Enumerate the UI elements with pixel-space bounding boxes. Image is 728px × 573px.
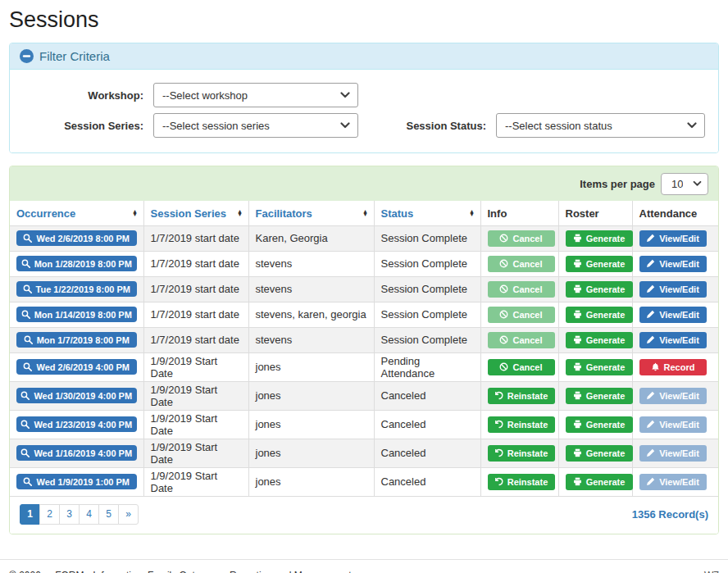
reinstate-button[interactable]: Reinstate — [488, 445, 555, 462]
facilitators-cell: jones — [248, 467, 374, 496]
page-4-button[interactable]: 4 — [79, 504, 99, 525]
info-cell: Cancel — [480, 302, 558, 327]
session-series-cell: 1/9/2019 Start Date — [143, 381, 248, 410]
roster-cell: Generate — [558, 410, 632, 439]
cancel-button: Cancel — [488, 332, 555, 348]
table-row: Mon 1/7/2019 8:00 PM1/7/2019 start dates… — [10, 327, 718, 352]
generate-button[interactable]: Generate — [566, 281, 633, 298]
attendance-cell: View/Edit — [632, 410, 718, 439]
column-header-session-series[interactable]: Session Series▴▾ — [143, 201, 248, 225]
session-series-label: Session Series: — [22, 120, 153, 132]
roster-cell: Generate — [558, 276, 632, 302]
column-header-facilitators[interactable]: Facilitators▴▾ — [248, 201, 374, 225]
reinstate-button[interactable]: Reinstate — [488, 474, 555, 490]
cancel-button[interactable]: Cancel — [488, 359, 555, 375]
page-1-button[interactable]: 1 — [20, 504, 40, 525]
generate-button[interactable]: Generate — [566, 359, 633, 375]
page-2-button[interactable]: 2 — [39, 504, 60, 525]
facilitators-cell: Karen, Georgia — [248, 225, 374, 251]
occurrence-cell: Wed 2/6/2019 4:00 PM — [10, 352, 143, 381]
reinstate-icon — [494, 420, 503, 429]
occurrence-label: Mon 1/28/2019 8:00 PM — [34, 259, 132, 269]
occurrence-button[interactable]: Wed 1/9/2019 1:00 PM — [16, 474, 137, 489]
info-cell: Reinstate — [480, 439, 558, 467]
occurrence-label: Mon 1/14/2019 8:00 PM — [34, 310, 132, 320]
page-3-button[interactable]: 3 — [59, 504, 80, 525]
occurrence-button[interactable]: Wed 1/16/2019 4:00 PM — [16, 445, 137, 461]
chevron-down-icon — [687, 122, 697, 129]
occurrence-label: Mon 1/7/2019 8:00 PM — [37, 335, 130, 345]
column-label: Info — [488, 207, 507, 220]
printer-icon — [573, 477, 582, 486]
items-per-page-select[interactable]: 10 — [661, 173, 708, 195]
page-5-button[interactable]: 5 — [98, 504, 119, 525]
column-header-info: Info — [480, 201, 558, 225]
session-status-select[interactable]: --Select session status — [496, 113, 705, 138]
generate-button[interactable]: Generate — [566, 256, 633, 272]
table-row: Tue 1/22/2019 8:00 PM1/7/2019 start date… — [10, 276, 718, 302]
status-cell: Session Complete — [374, 225, 480, 251]
session-series-select[interactable]: --Select session series — [153, 113, 358, 138]
column-label: Occurrence — [16, 207, 75, 220]
generate-button[interactable]: Generate — [566, 416, 633, 433]
generate-button[interactable]: Generate — [566, 230, 633, 247]
occurrence-button[interactable]: Tue 1/22/2019 8:00 PM — [16, 281, 137, 297]
table-row: Mon 1/28/2019 8:00 PM1/7/2019 start date… — [10, 251, 718, 276]
pencil-icon — [646, 420, 655, 429]
view-edit-button[interactable]: View/Edit — [639, 332, 707, 348]
reinstate-button[interactable]: Reinstate — [488, 416, 555, 433]
occurrence-button[interactable]: Mon 1/14/2019 8:00 PM — [16, 307, 137, 322]
info-cell: Cancel — [480, 225, 558, 251]
session-series-cell: 1/7/2019 start date — [143, 225, 248, 251]
generate-button[interactable]: Generate — [566, 307, 633, 323]
bell-icon — [651, 362, 660, 371]
printer-icon — [573, 448, 582, 457]
occurrence-cell: Mon 1/14/2019 8:00 PM — [10, 302, 143, 327]
column-header-occurrence[interactable]: Occurrence▴▾ — [10, 201, 143, 225]
table-row: Wed 2/6/2019 4:00 PM1/9/2019 Start Datej… — [10, 352, 718, 381]
facilitators-cell: jones — [248, 381, 374, 410]
record-button[interactable]: Record — [639, 359, 707, 375]
next-pages-button[interactable]: » — [118, 504, 139, 525]
collapse-minus-icon[interactable] — [20, 49, 34, 63]
status-cell: Session Complete — [374, 302, 480, 327]
filter-panel: Filter Criteria Workshop: --Select works… — [9, 43, 719, 153]
filter-panel-title: Filter Criteria — [39, 49, 110, 63]
pagination-bar: 12345» 1356 Record(s) — [10, 497, 718, 534]
filter-panel-header[interactable]: Filter Criteria — [10, 43, 718, 70]
generate-button[interactable]: Generate — [566, 388, 633, 404]
printer-icon — [573, 234, 582, 243]
column-header-status[interactable]: Status▴▾ — [374, 201, 480, 225]
reinstate-button[interactable]: Reinstate — [488, 388, 555, 404]
view-edit-button: View/Edit — [639, 388, 707, 404]
workshop-select[interactable]: --Select workshop — [153, 83, 358, 107]
table-header: Occurrence▴▾Session Series▴▾Facilitators… — [10, 201, 718, 225]
session-status-label: Session Status: — [404, 120, 496, 132]
occurrence-button[interactable]: Wed 1/23/2019 4:00 PM — [16, 416, 137, 432]
pencil-icon — [646, 284, 655, 293]
printer-icon — [573, 391, 582, 400]
generate-button[interactable]: Generate — [566, 445, 633, 462]
sort-icon[interactable]: ▴▾ — [133, 210, 136, 217]
view-edit-button[interactable]: View/Edit — [639, 307, 707, 323]
occurrence-button[interactable]: Mon 1/28/2019 8:00 PM — [16, 256, 137, 271]
attendance-cell: View/Edit — [632, 381, 718, 410]
info-cell: Reinstate — [480, 410, 558, 439]
sort-icon[interactable]: ▴▾ — [363, 210, 366, 217]
search-icon — [21, 259, 30, 268]
occurrence-button[interactable]: Wed 2/6/2019 8:00 PM — [16, 230, 137, 246]
view-edit-button[interactable]: View/Edit — [639, 230, 707, 247]
occurrence-button[interactable]: Wed 1/30/2019 4:00 PM — [16, 388, 137, 403]
roster-cell: Generate — [558, 381, 632, 410]
view-edit-button[interactable]: View/Edit — [639, 281, 707, 298]
generate-button[interactable]: Generate — [566, 474, 633, 490]
occurrence-button[interactable]: Wed 2/6/2019 4:00 PM — [16, 359, 137, 375]
status-cell: Session Complete — [374, 327, 480, 352]
sort-icon[interactable]: ▴▾ — [238, 210, 241, 217]
occurrence-cell: Wed 1/9/2019 1:00 PM — [10, 467, 143, 496]
occurrence-button[interactable]: Mon 1/7/2019 8:00 PM — [16, 332, 137, 348]
generate-button[interactable]: Generate — [566, 332, 633, 348]
sort-icon[interactable]: ▴▾ — [470, 210, 473, 217]
footer: © 2020 - nFORM - Information, Family Out… — [0, 559, 728, 573]
view-edit-button[interactable]: View/Edit — [639, 256, 707, 272]
